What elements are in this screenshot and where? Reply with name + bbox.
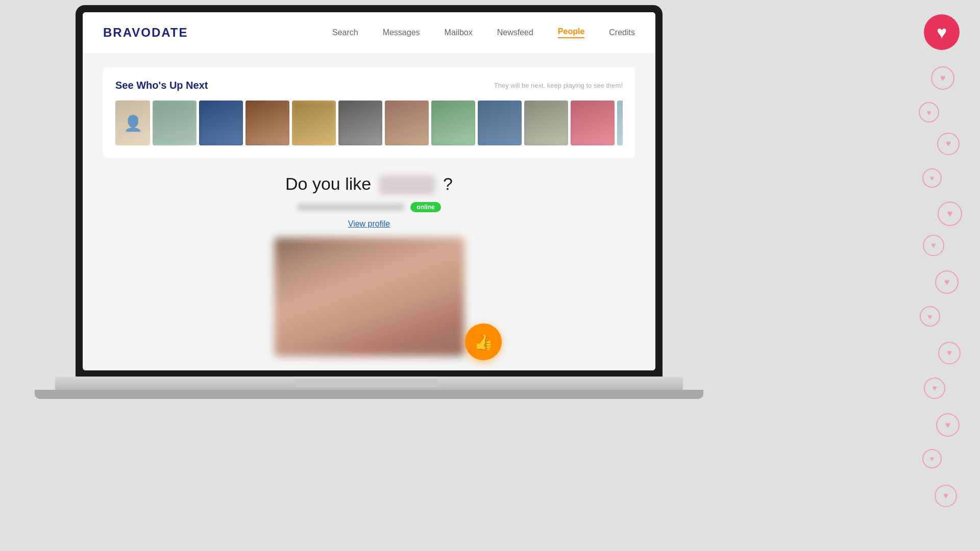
thumbnail-2[interactable] [153,101,197,145]
profile-photo [274,238,464,357]
nav-search[interactable]: Search [332,28,358,37]
laptop-screen-bezel: BRAVODATE Search Messages Mailbox Newsfe… [76,5,663,378]
section-title: See Who's Up Next [115,80,208,91]
thumbnail-10[interactable] [524,101,568,145]
question-text: Do you like ? [103,174,635,195]
nav-credits[interactable]: Credits [609,28,635,37]
heart-bubble-11: ♥ [936,413,960,437]
main-content: See Who's Up Next They will be next, kee… [83,53,655,370]
heart-bubble-8: ♥ [920,306,940,327]
logo: BRAVODATE [103,26,188,40]
nav-messages[interactable]: Messages [383,28,420,37]
trackpad [295,379,438,387]
heart-bubble-2: ♥ [919,102,939,122]
profile-blurred-details [297,204,404,211]
thumbnail-7[interactable] [385,101,429,145]
heart-bubble-13: ♥ [935,485,957,507]
section-who-up-next: See Who's Up Next They will be next, kee… [103,67,635,158]
section-subtitle: They will be next, keep playing to see t… [494,82,623,89]
nav-mailbox[interactable]: Mailbox [445,28,473,37]
heart-notification-icon: ♥ [924,14,960,50]
thumbs-up-icon: 👍 [474,333,493,351]
header: BRAVODATE Search Messages Mailbox Newsfe… [83,12,655,53]
profile-photo-container: 👍 [103,239,635,365]
thumbnail-9[interactable] [478,101,522,145]
name-blur [379,176,435,195]
nav-newsfeed[interactable]: Newsfeed [497,28,533,37]
hearts-decoration: ♥ ♥ ♥ ♥ ♥ ♥ ♥ ♥ ♥ ♥ ♥ ♥ ♥ ♥ [888,0,970,551]
heart-bubble-9: ♥ [938,342,961,364]
thumbnail-8[interactable] [431,101,475,145]
view-profile-link[interactable]: View profile [348,219,390,228]
question-prefix: Do you like [285,174,371,193]
heart-bubble-4: ♥ [922,168,942,188]
app-screen: BRAVODATE Search Messages Mailbox Newsfe… [83,12,655,370]
thumbnail-4[interactable] [246,101,289,145]
thumbnails-strip: 👤 [115,101,623,145]
heart-bubble-7: ♥ [935,270,959,294]
online-badge: online [410,202,440,212]
navigation: Search Messages Mailbox Newsfeed People … [332,27,635,38]
thumbnail-5[interactable] [292,101,336,145]
laptop-frame: BRAVODATE Search Messages Mailbox Newsfe… [76,5,668,393]
thumbnail-12[interactable] [617,101,623,145]
question-suffix: ? [443,174,453,193]
thumbnail-1[interactable]: 👤 [115,101,150,145]
heart-bubble-3: ♥ [937,133,960,155]
like-button[interactable]: 👍 [465,323,502,360]
heart-bubble-5: ♥ [938,202,962,226]
heart-bubble-12: ♥ [922,449,942,468]
thumbnail-6[interactable] [338,101,382,145]
thumbnail-3[interactable] [199,101,243,145]
heart-bubble-1: ♥ [931,66,954,90]
nav-people[interactable]: People [558,27,584,38]
question-section: Do you like ? online View profile [103,158,635,239]
heart-bubble-6: ♥ [923,235,944,256]
laptop-base-bottom [35,390,703,399]
thumbnail-11[interactable] [571,101,615,145]
profile-info-row: online [103,202,635,212]
heart-bubble-10: ♥ [924,378,945,399]
section-header: See Who's Up Next They will be next, kee… [115,80,623,91]
